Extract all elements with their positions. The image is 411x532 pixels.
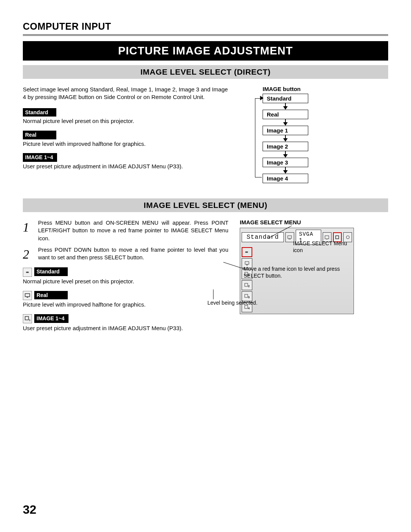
callout-imageselect-icon: IMAGE SELECT Menu icon [293, 240, 350, 254]
state-image3: Image 3 [263, 158, 308, 167]
page-number: 32 [23, 503, 37, 517]
state-flow-diagram: Standard Real Image 1 Image 2 Image 3 Im… [240, 94, 388, 183]
step-1-text: Press MENU button and ON-SCREEN MENU wil… [38, 219, 228, 242]
svg-text:4: 4 [248, 307, 250, 310]
svg-rect-3 [25, 294, 30, 297]
section-1-title: IMAGE LEVEL SELECT (DIRECT) [23, 65, 388, 79]
svg-rect-5 [25, 316, 29, 320]
svg-text:1: 1 [29, 318, 30, 322]
callout-level-selected: Level being selected. [207, 300, 258, 306]
svg-rect-4 [27, 297, 28, 298]
side-btn-i2: 2 [242, 280, 252, 290]
svg-rect-19 [245, 283, 248, 286]
svg-rect-10 [336, 236, 339, 239]
svg-rect-15 [245, 262, 249, 264]
svg-rect-21 [245, 294, 248, 297]
desc-image14: User preset picture adjustment in IMAGE … [23, 163, 228, 170]
desc2-real: Picture level with improved halftone for… [23, 301, 228, 308]
svg-rect-23 [245, 305, 248, 308]
square1-icon: 1 [23, 314, 32, 323]
tag-standard: Standard [23, 108, 56, 117]
state-standard: Standard [263, 94, 308, 103]
svg-point-11 [346, 236, 349, 239]
callout-3-line [213, 289, 213, 299]
side-btn-standard [242, 247, 252, 257]
state-image2: Image 2 [263, 142, 308, 151]
state-real: Real [263, 110, 308, 119]
desc2-standard: Normal picture level preset on this proj… [23, 278, 228, 285]
page-title-banner: PICTURE IMAGE ADJUSTMENT [23, 41, 388, 61]
desc-real: Picture level with improved halftone for… [23, 140, 228, 148]
section-1-body: Select image level among Standard, Real,… [23, 86, 388, 183]
chapter-title: COMPUTER INPUT [23, 21, 388, 36]
step-2-num: 2 [23, 246, 33, 263]
svg-rect-9 [327, 239, 327, 240]
tag2-real: Real [34, 291, 68, 300]
tag2-standard: Standard [34, 267, 68, 276]
tag-image14: IMAGE 1~4 [23, 153, 57, 162]
svg-text:2: 2 [248, 285, 250, 288]
diamond-icon [23, 268, 32, 277]
tag2-image14: IMAGE 1~4 [34, 314, 68, 323]
tag-real: Real [23, 131, 56, 139]
svg-marker-2 [27, 272, 28, 273]
flow-title: IMAGE button [263, 86, 388, 92]
menu-screenshot-title: IMAGE SELECT MENU [240, 219, 388, 225]
svg-rect-7 [288, 236, 292, 238]
menu-selected-label: Standard [242, 232, 284, 242]
svg-rect-8 [325, 236, 329, 239]
callout-move-frame: Move a red frame icon to level and press… [244, 265, 342, 279]
monitor-icon [23, 291, 32, 300]
section-1-intro: Select image level among Standard, Real,… [23, 86, 228, 101]
state-image4: Image 4 [263, 174, 308, 183]
step-2-text: Press POINT DOWN button to move a red fr… [38, 246, 228, 263]
state-image1: Image 1 [263, 126, 308, 135]
svg-text:3: 3 [248, 296, 250, 299]
step-1-num: 1 [23, 219, 33, 242]
desc-standard: Normal picture level preset on this proj… [23, 117, 228, 125]
section-2-title: IMAGE LEVEL SELECT (MENU) [23, 198, 388, 212]
desc2-image14: User preset picture adjustment in IMAGE … [23, 324, 228, 332]
